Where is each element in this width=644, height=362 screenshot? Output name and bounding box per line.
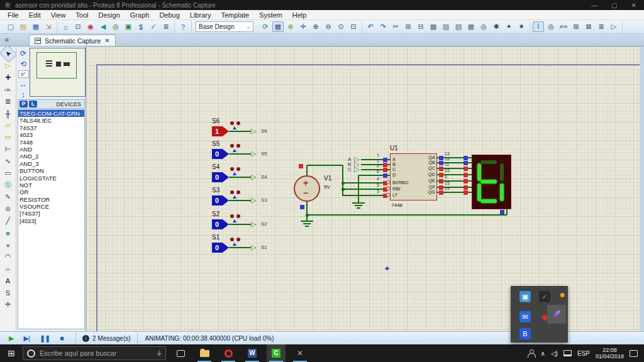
help-icon[interactable]: ? [177, 21, 189, 32]
menu-system[interactable]: System [254, 11, 287, 19]
device-item[interactable]: 7SEG-COM-CAT-GRN [18, 110, 84, 117]
text-script-mode[interactable]: ≣ [1, 96, 15, 107]
erc-icon[interactable]: ✓ [148, 21, 159, 32]
device-item[interactable]: 4023 [18, 131, 84, 138]
redo-icon[interactable]: ↷ [377, 21, 389, 32]
file-explorer-icon[interactable] [195, 344, 214, 362]
notifications-icon[interactable] [630, 350, 638, 357]
2d-arc-mode[interactable]: ◠ [1, 251, 15, 263]
device-item[interactable]: [4023] [18, 217, 84, 224]
device-pin-mode[interactable]: ⊢ [1, 143, 15, 155]
terminal-icon[interactable]: ▷ [251, 197, 256, 203]
grid-toggle-icon[interactable]: ▦ [272, 21, 284, 32]
junction-dot-mode[interactable]: ✚ [1, 72, 15, 84]
step-button[interactable]: ▶| [23, 334, 29, 343]
goto-sheet-icon[interactable]: ≣ [596, 21, 607, 32]
word-icon[interactable]: W [243, 344, 262, 362]
new-file-icon[interactable]: ▢ [5, 21, 16, 32]
mirror-horizontal-icon[interactable]: ↔ [19, 80, 27, 89]
device-item[interactable]: 7448 [18, 139, 84, 146]
menu-library[interactable]: Library [185, 11, 216, 19]
netlist-icon[interactable]: ≣ [160, 21, 172, 32]
device-item[interactable]: BUTTON [18, 167, 84, 174]
make-device-icon[interactable]: ✱ [491, 21, 502, 32]
logicstate-toggle-dot[interactable] [230, 238, 234, 241]
terminal-icon[interactable]: ▷ [354, 166, 359, 172]
terminal-mode[interactable]: ▭ [1, 131, 15, 143]
device-item[interactable]: 74LS48.IEC [18, 117, 84, 124]
zoom-child-icon[interactable]: ▷ [608, 21, 619, 32]
subcircuit-mode[interactable]: ▱ [1, 119, 15, 131]
sync-app-icon[interactable]: ✉ [519, 311, 531, 322]
start-button[interactable]: ⊞ [0, 344, 23, 362]
message-section[interactable]: i 2 Message(s) [75, 332, 138, 344]
pause-button[interactable]: ❚❚ [40, 334, 50, 343]
tray-chevron-up-icon[interactable]: ∧ [541, 350, 545, 357]
logicstate-toggle-arrow-icon[interactable] [233, 149, 236, 152]
paste-icon[interactable]: ⊟ [415, 21, 426, 32]
property-assign-icon[interactable]: A% [558, 21, 569, 32]
overview-pane[interactable] [30, 48, 86, 97]
device-item[interactable]: AND_2 [18, 153, 84, 160]
logicstate-toggle-dot[interactable] [230, 214, 234, 218]
2d-box-mode[interactable]: ■ [1, 227, 15, 239]
wire-label-mode[interactable]: LBL [1, 84, 15, 96]
device-item[interactable]: 74S37 [18, 124, 84, 131]
zoom-all-icon[interactable]: ⊙ [335, 21, 347, 32]
logicstate-toggle-dot[interactable] [230, 121, 234, 125]
home-icon[interactable]: ⌂ [60, 21, 71, 32]
symbol-mode[interactable]: S [1, 287, 15, 299]
block-delete-icon[interactable]: ▦ [465, 21, 477, 32]
device-item[interactable]: LOGICSTATE [18, 175, 84, 182]
origin-icon[interactable]: ⊕ [285, 21, 296, 32]
opera-icon[interactable] [219, 344, 238, 362]
tab-schematic-capture[interactable]: Schematic Capture ✕ [29, 35, 116, 46]
decompose-icon[interactable]: ✷ [516, 21, 527, 32]
tape-recorder-mode[interactable]: ▭ [1, 167, 15, 179]
device-item[interactable]: NOT [18, 182, 84, 189]
bus-mode[interactable]: ╫ [1, 107, 15, 119]
library-manager-button[interactable]: L [29, 101, 37, 107]
menu-debug[interactable]: Debug [154, 11, 184, 19]
stop-button[interactable]: ■ [60, 334, 64, 342]
people-icon[interactable] [528, 349, 535, 357]
maximize-button[interactable]: ▢ [611, 2, 617, 9]
taskbar-search-input[interactable]: Escribe aquí para buscar ⏚ [23, 346, 166, 360]
terminal-icon[interactable]: ▷ [251, 150, 256, 156]
device-item[interactable]: OR [18, 189, 84, 195]
menu-file[interactable]: File [3, 11, 24, 19]
tray-feather-cell[interactable] [547, 305, 566, 324]
block-move-icon[interactable]: ▨ [440, 21, 452, 32]
close-button[interactable]: ✕ [631, 2, 636, 9]
terminal-icon[interactable]: ▷ [251, 244, 256, 250]
language-indicator[interactable]: ESP [577, 350, 590, 357]
search-tag-icon[interactable]: ◎ [545, 21, 557, 32]
menu-graph[interactable]: Graph [125, 11, 155, 19]
packaging-tool-icon[interactable]: ✦ [503, 21, 514, 32]
app-x-icon[interactable]: ✕ [291, 344, 309, 362]
orange-app-icon[interactable]: ● [557, 289, 568, 300]
logicstate-toggle-dot[interactable] [236, 190, 240, 194]
marker-mode[interactable]: ✛ [1, 299, 15, 310]
current-probe-mode[interactable]: ⊚ [1, 203, 15, 215]
terminal-icon[interactable]: ▷ [251, 221, 256, 227]
network-icon[interactable] [564, 350, 572, 356]
graph-mode[interactable]: ∿ [1, 155, 15, 167]
device-item[interactable]: [74S37] [18, 210, 84, 217]
2d-line-mode[interactable]: ╱ [1, 215, 15, 227]
logicstate-toggle-dot[interactable] [236, 214, 240, 218]
logicstate-toggle-dot[interactable] [236, 121, 240, 125]
logicstate-toggle-arrow-icon[interactable] [233, 243, 236, 246]
pick-device-icon[interactable]: ◎ [478, 21, 489, 32]
menu-tool[interactable]: Tool [70, 11, 93, 19]
menu-edit[interactable]: Edit [24, 11, 46, 19]
device-item[interactable]: RESISTOR [18, 196, 84, 203]
logicstate-toggle-dot[interactable] [236, 238, 240, 241]
bluetooth-icon[interactable]: B [519, 328, 531, 339]
design-selector[interactable]: Base Design⌄ [196, 21, 253, 32]
logicstate-toggle-dot[interactable] [230, 190, 234, 194]
logicstate-toggle-dot[interactable] [236, 144, 240, 148]
copy-icon[interactable]: ⊞ [402, 21, 414, 32]
blue-app-icon[interactable]: ▣ [519, 291, 531, 302]
logicstate-toggle-arrow-icon[interactable] [233, 172, 236, 175]
